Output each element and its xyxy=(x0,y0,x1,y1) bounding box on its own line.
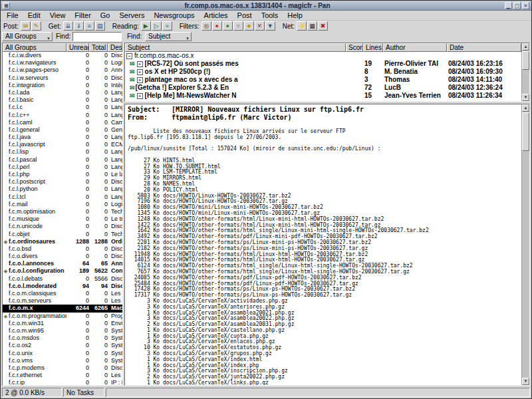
group-row[interactable]: ◆f.c.ordinosaures12881288Ordinate xyxy=(3,238,122,245)
group-row[interactable]: f.c.i.w.pages-perso00Annonce xyxy=(3,66,122,74)
group-row[interactable]: f.c.l.tcl00Langage xyxy=(3,194,122,201)
get-headers-button[interactable]: ≡ xyxy=(84,21,94,31)
thread-row[interactable]: ✉[Getcha !] Explorer 5.2.3 & En72LucB08/… xyxy=(125,84,521,92)
group-row[interactable]: f.c.n.unicode00Discussio xyxy=(3,223,122,230)
group-row[interactable]: f.c.l.javascript00ECMASc xyxy=(3,141,122,148)
menu-servers[interactable]: Servers xyxy=(115,11,150,21)
group-row[interactable]: f.c.l.basic00Langage xyxy=(3,96,122,104)
column-header-all-groups[interactable]: All Groups xyxy=(3,43,66,52)
group-row[interactable]: ◆f.c.o.m.programmation00Progra xyxy=(3,313,122,320)
group-row[interactable]: f.c.o.m.serveurs00Les serv xyxy=(3,297,122,305)
menu-newsgroups[interactable]: Newsgroups xyxy=(149,11,199,21)
filter-ignored-button[interactable]: ✕ xyxy=(255,21,265,31)
group-row[interactable]: f.c.o.m.win9500System xyxy=(3,327,122,334)
followup-button[interactable]: ✎ xyxy=(31,21,41,31)
window-menu-button[interactable]: ▦ xyxy=(3,2,10,9)
group-row[interactable]: f.c.o.m.win3100Environ xyxy=(3,320,122,327)
group-row[interactable]: f.c.l.caml00Caml et xyxy=(3,119,122,126)
menu-tools[interactable]: Tools xyxy=(257,11,283,21)
group-row[interactable]: f.c.o.m.x62446265Mac OS xyxy=(3,305,122,312)
group-row[interactable]: f.c.o.vms00System xyxy=(3,357,122,364)
thread-row[interactable]: ✉+[Help Me] Mt-NewsWatcher N15Jean-Yves … xyxy=(125,92,521,100)
scroll-down-icon[interactable]: ▼ xyxy=(522,94,529,101)
post-article-button[interactable]: ✉ xyxy=(21,21,31,31)
article-scrollbar[interactable]: ▲ ▼ xyxy=(521,104,529,385)
menu-articles[interactable]: Articles xyxy=(200,11,233,21)
column-header-score[interactable]: Score xyxy=(346,43,363,52)
expand-thread-icon[interactable]: + xyxy=(137,61,143,67)
column-header-unread[interactable]: Unread xyxy=(66,43,89,52)
group-row[interactable]: f.c.i.w.divers00Discussio xyxy=(3,52,122,59)
group-row[interactable]: ◆f.c.o.l.configuration1895622Configur xyxy=(3,267,122,275)
next-unread-button[interactable]: ▶ xyxy=(141,21,151,31)
group-row[interactable]: f.c.o.l.debats05566Discussio xyxy=(3,275,122,283)
menu-post[interactable]: Post xyxy=(233,11,257,21)
maximize-button[interactable]: ▢ xyxy=(513,2,521,9)
group-find-input[interactable] xyxy=(72,32,122,41)
group-row[interactable]: f.c.musique00Le traite xyxy=(3,215,122,223)
group-row[interactable]: f.c.mail00Logiciels xyxy=(3,201,122,208)
filter-read-button[interactable]: ○ xyxy=(233,21,243,31)
group-row[interactable]: f.c.l.postscript00Discussio xyxy=(3,178,122,186)
group-row[interactable]: f.c.l.ada00Langage xyxy=(3,89,122,96)
group-row[interactable]: f.c.m.optimisation00Techniqu xyxy=(3,208,122,215)
go-online-button[interactable]: ⚡ xyxy=(297,21,307,31)
get-bodies-button[interactable]: ▤ xyxy=(95,21,105,31)
stop-tasks-button[interactable]: ✖ xyxy=(318,21,328,31)
get-selected-button[interactable]: ⇓ xyxy=(74,21,84,31)
menu-file[interactable]: File xyxy=(2,11,23,21)
filter-new-button[interactable]: ● xyxy=(212,21,222,31)
group-row[interactable]: f.c.l.java00Langage xyxy=(3,134,122,141)
threads-scrollbar-thumb[interactable] xyxy=(522,51,529,70)
filter-match-all-button[interactable]: ◎ xyxy=(201,21,211,31)
column-header-descrip[interactable]: Descrip xyxy=(108,43,122,52)
column-header-author[interactable]: Author xyxy=(383,43,447,52)
group-row[interactable]: f.c.l.perl00Langage xyxy=(3,164,122,171)
group-row[interactable]: f.c.o.l.moderated9494Discussio xyxy=(3,283,122,290)
task-manager-button[interactable]: ▦ xyxy=(307,21,317,31)
group-row[interactable]: f.c.l.general00Generali xyxy=(3,126,122,134)
group-row[interactable]: f.c.i.w.serveurs00Discussio xyxy=(3,74,122,82)
article-scrollbar-thumb[interactable] xyxy=(522,112,529,151)
tasks-status[interactable]: No Tasks xyxy=(63,388,104,397)
menu-view[interactable]: View xyxy=(45,11,70,21)
group-row[interactable]: f.c.o.unix00System xyxy=(3,350,122,357)
next-article-button[interactable]: ▷ xyxy=(152,21,162,31)
scroll-down-icon[interactable]: ▼ xyxy=(522,378,529,385)
scroll-up-icon[interactable]: ▲ xyxy=(522,104,529,112)
article-find-field-combo[interactable]: Subject ▼ xyxy=(145,32,192,41)
thread-group-row[interactable]: −fr.comp.os.mac-os.x xyxy=(125,52,521,60)
expand-thread-icon[interactable]: + xyxy=(137,77,143,83)
group-row[interactable]: f.c.p.modems00Discussio xyxy=(3,364,122,372)
group-row[interactable]: f.c.o.m.classiques00Les sys xyxy=(3,290,122,297)
column-header-date[interactable]: Date xyxy=(447,43,521,52)
group-row[interactable]: f.c.objet00Technolo xyxy=(3,231,122,238)
column-header-subject[interactable]: Subject xyxy=(125,43,346,52)
group-row[interactable]: f.c.l.c00Langage xyxy=(3,104,122,111)
group-row[interactable]: f.c.r.ethernet00Les rese xyxy=(3,372,122,379)
group-row[interactable]: f.c.o.os200System xyxy=(3,342,122,349)
filter-saved-button[interactable]: ▼ xyxy=(265,21,275,31)
thread-row[interactable]: ✉+[RC5-72] Où sont passés mes19Pierre-Ol… xyxy=(125,60,521,68)
get-all-new-button[interactable]: ⇊ xyxy=(63,21,73,31)
group-row[interactable]: f.c.l.c++00Langage xyxy=(3,112,122,119)
next-thread-button[interactable]: » xyxy=(162,21,172,31)
titlebar[interactable]: ▦ fr.comp.os.mac-os.x 1383/1404 - magicf… xyxy=(1,1,531,11)
menu-go[interactable]: Go xyxy=(96,11,115,21)
group-row[interactable]: f.c.l.pascal00Langage xyxy=(3,156,122,164)
column-header-lines[interactable]: Lines xyxy=(363,43,383,52)
group-row[interactable]: f.c.l.python00Langage xyxy=(3,186,122,193)
group-row[interactable]: f.c.o.msdos00System xyxy=(3,334,122,342)
group-filter-combo[interactable]: All Groups ▼ xyxy=(2,32,53,41)
collapse-expander-icon[interactable]: − xyxy=(126,53,132,59)
thread-row[interactable]: ✉+os X et HP 2500cp (!)8M. Benatia08/24/… xyxy=(125,68,521,76)
thread-row[interactable]: ✉+plantage mac os x avec des a3Thomas08/… xyxy=(125,76,521,84)
menu-filter[interactable]: Filter xyxy=(70,11,95,21)
group-row[interactable]: f.c.r.ip00IP : Dis xyxy=(3,379,122,385)
group-row[interactable]: f.c.i.w.navigateurs00Logiciels xyxy=(3,59,122,66)
minimize-button[interactable]: ▁ xyxy=(505,2,512,9)
filter-unread-button[interactable]: ● xyxy=(223,21,233,31)
menu-edit[interactable]: Edit xyxy=(23,11,45,21)
expand-thread-icon[interactable]: + xyxy=(137,93,143,99)
group-row[interactable]: f.c.l.php00Le langa xyxy=(3,171,122,178)
